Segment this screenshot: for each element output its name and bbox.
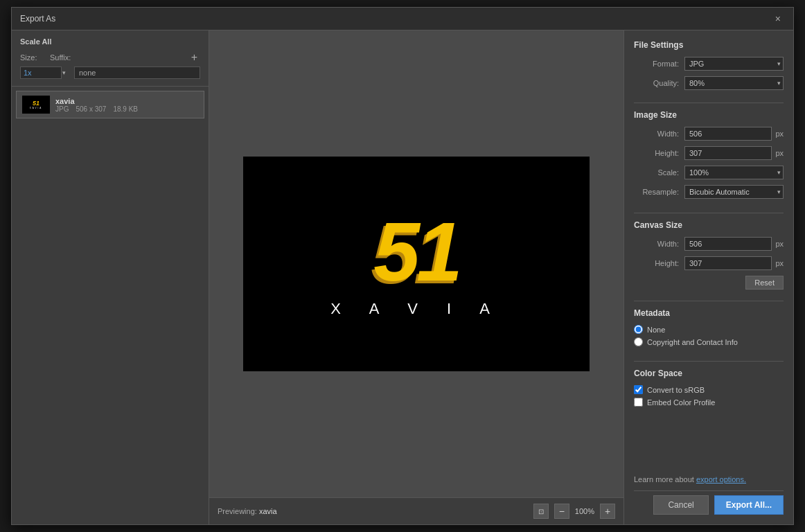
divider-3: [634, 301, 784, 301]
size-input-row: 1x 2x 3x: [20, 66, 200, 79]
scale-select-wrapper: 100% 50% 200% ▾: [684, 166, 784, 179]
zoom-in-button[interactable]: +: [600, 504, 615, 519]
file-dimensions: 506 x 307: [76, 105, 106, 113]
metadata-copyright-label: Copyright and Contact Info: [647, 338, 738, 346]
cancel-button[interactable]: Cancel: [653, 495, 708, 515]
preview-image: 51 X A V I A: [243, 157, 590, 371]
size-dropdown-wrapper: 1x 2x 3x: [20, 66, 69, 79]
canvas-width-px: px: [775, 240, 784, 248]
metadata-title: Metadata: [634, 308, 784, 318]
image-height-input[interactable]: [684, 146, 772, 160]
dialog-title: Export As: [20, 14, 55, 24]
learn-more-prefix: Learn more about: [634, 475, 696, 484]
quality-row: Quality: 80% 60% 100% ▾: [634, 76, 784, 90]
embed-profile-label: Embed Color Profile: [647, 398, 715, 407]
quality-select[interactable]: 80% 60% 100%: [684, 76, 784, 90]
zoom-out-button[interactable]: −: [554, 504, 569, 519]
canvas-height-input[interactable]: [684, 256, 772, 270]
canvas-height-label: Height:: [634, 259, 679, 267]
format-select[interactable]: JPG PNG GIF SVG: [684, 57, 784, 71]
divider-1: [634, 103, 784, 103]
img-width-px: px: [775, 130, 784, 138]
learn-more-text: Learn more about export options.: [634, 475, 784, 484]
reset-button[interactable]: Reset: [745, 276, 784, 290]
metadata-copyright-option[interactable]: Copyright and Contact Info: [634, 337, 784, 346]
preview-area: 51 X A V I A: [209, 30, 623, 497]
metadata-none-option[interactable]: None: [634, 325, 784, 334]
zoom-percent: 100%: [575, 507, 594, 515]
canvas-height-row: Height: px: [634, 256, 784, 270]
file-settings-title: File Settings: [634, 40, 784, 50]
zoom-controls: ⊡ − 100% +: [533, 504, 615, 519]
img-height-row: Height: px: [634, 146, 784, 160]
bottom-bar: Previewing: xavia ⊡ − 100% +: [209, 497, 623, 524]
export-options-link[interactable]: export options.: [696, 475, 746, 484]
size-label: Size:: [20, 53, 44, 62]
scale-header-row: Size: Suffix: +: [20, 51, 200, 64]
embed-profile-option[interactable]: Embed Color Profile: [634, 398, 784, 407]
canvas-size-title: Canvas Size: [634, 220, 784, 230]
canvas-height-px: px: [775, 259, 784, 267]
img-width-label: Width:: [634, 130, 679, 138]
export-as-dialog: Export As × Scale All Size: Suffix: + 1x…: [11, 7, 794, 525]
export-all-button[interactable]: Export All...: [714, 495, 784, 515]
embed-profile-checkbox[interactable]: [634, 398, 643, 407]
convert-srgb-checkbox[interactable]: [634, 385, 643, 394]
img-height-input-row: px: [684, 146, 784, 160]
reset-row: Reset: [634, 276, 784, 290]
file-list: 51 XAVIA xavia JPG 506 x 307 18.9 KB: [12, 87, 209, 524]
previewing-text: Previewing:: [218, 507, 257, 515]
canvas-width-input-row: px: [684, 237, 784, 251]
metadata-radio-group: None Copyright and Contact Info: [634, 325, 784, 350]
img-height-label: Height:: [634, 149, 679, 157]
quality-label: Quality:: [634, 79, 679, 87]
size-dropdown[interactable]: 1x 2x 3x: [20, 66, 62, 79]
preview-filename: xavia: [259, 507, 277, 515]
canvas-height-input-row: px: [684, 256, 784, 270]
resample-select-wrapper: Bicubic Automatic Bilinear Nearest Neigh…: [684, 185, 784, 199]
fit-button[interactable]: ⊡: [533, 504, 549, 519]
left-panel: Scale All Size: Suffix: + 1x 2x 3x: [12, 30, 209, 524]
divider-2: [634, 213, 784, 213]
scale-all-title: Scale All: [20, 37, 200, 46]
scale-select[interactable]: 100% 50% 200%: [684, 166, 784, 179]
color-space-title: Color Space: [634, 369, 784, 378]
canvas-width-input[interactable]: [684, 237, 772, 251]
img-width-row: Width: px: [634, 127, 784, 141]
file-meta: JPG 506 x 307 18.9 KB: [55, 105, 198, 113]
file-item[interactable]: 51 XAVIA xavia JPG 506 x 307 18.9 KB: [16, 91, 204, 118]
file-format: JPG: [55, 105, 69, 113]
preview-text: X A V I A: [330, 300, 502, 318]
center-panel: 51 X A V I A Previewing: xavia ⊡ − 100% …: [209, 30, 623, 524]
metadata-none-radio[interactable]: [634, 325, 643, 334]
convert-srgb-label: Convert to sRGB: [647, 386, 705, 394]
suffix-label: Suffix:: [50, 53, 183, 62]
resample-row: Resample: Bicubic Automatic Bilinear Nea…: [634, 185, 784, 199]
dialog-body: Scale All Size: Suffix: + 1x 2x 3x: [12, 30, 793, 524]
scale-row: Scale: 100% 50% 200% ▾: [634, 166, 784, 179]
preview-number: 51: [373, 210, 459, 293]
img-height-px: px: [775, 149, 784, 157]
image-width-input[interactable]: [684, 127, 772, 141]
scale-all-section: Scale All Size: Suffix: + 1x 2x 3x: [12, 30, 209, 87]
format-select-wrapper: JPG PNG GIF SVG ▾: [684, 57, 784, 71]
title-bar: Export As ×: [12, 8, 793, 30]
metadata-copyright-radio[interactable]: [634, 337, 643, 346]
right-panel: File Settings Format: JPG PNG GIF SVG ▾ …: [623, 30, 793, 524]
action-buttons: Cancel Export All...: [634, 490, 784, 515]
file-size: 18.9 KB: [113, 105, 138, 113]
metadata-none-label: None: [647, 326, 665, 334]
close-button[interactable]: ×: [771, 12, 785, 25]
scale-label: Scale:: [634, 168, 679, 177]
convert-srgb-option[interactable]: Convert to sRGB: [634, 385, 784, 394]
file-name: xavia: [55, 97, 198, 105]
canvas-width-row: Width: px: [634, 237, 784, 251]
quality-select-wrapper: 80% 60% 100% ▾: [684, 76, 784, 90]
resample-select[interactable]: Bicubic Automatic Bilinear Nearest Neigh…: [684, 185, 784, 199]
resample-label: Resample:: [634, 188, 679, 196]
preview-label: Previewing: xavia: [218, 507, 277, 515]
format-label: Format:: [634, 60, 679, 68]
file-info: xavia JPG 506 x 307 18.9 KB: [55, 97, 198, 113]
suffix-input[interactable]: [74, 66, 200, 79]
add-size-button[interactable]: +: [188, 51, 200, 64]
